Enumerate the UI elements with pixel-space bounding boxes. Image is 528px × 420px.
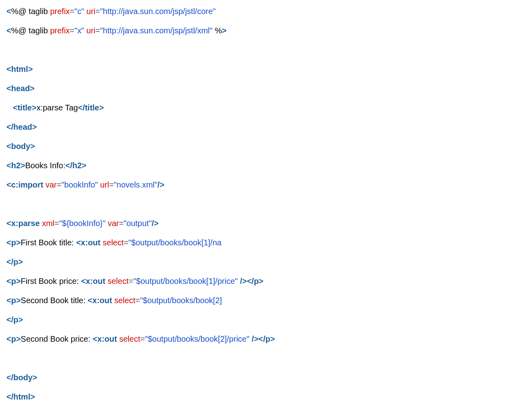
code-token: "novels.xml" xyxy=(114,180,158,189)
code-line: <%@ taglib prefix="c" uri="http://java.s… xyxy=(6,6,522,16)
code-token: var xyxy=(108,219,119,228)
code-token: /></p> xyxy=(252,334,275,343)
code-token: "${bookInfo}" xyxy=(59,219,105,228)
code-token: <h2> xyxy=(6,161,25,170)
code-line: </body> xyxy=(6,373,522,382)
code-token: x:parse Tag xyxy=(37,103,78,112)
code-token: select xyxy=(103,238,124,247)
code-token: "http://java.sun.com/jsp/jstl/core" xyxy=(100,7,216,16)
code-token: = xyxy=(70,26,75,35)
code-token: uri xyxy=(86,7,95,16)
code-token: = xyxy=(129,277,133,285)
code-token: "$output/books/book[2] xyxy=(140,296,222,305)
code-line xyxy=(6,45,522,55)
code-token: <x:out xyxy=(88,296,112,305)
code-token: = xyxy=(57,180,61,189)
code-token: select xyxy=(108,277,129,285)
code-token: url xyxy=(100,180,109,189)
code-token: <p> xyxy=(6,277,21,285)
code-token: <p> xyxy=(6,334,21,343)
code-block: <%@ taglib prefix="c" uri="http://java.s… xyxy=(6,6,522,402)
code-token: "output" xyxy=(124,219,152,228)
code-token: uri xyxy=(86,26,95,35)
code-token: = xyxy=(119,219,124,228)
code-line: <head> xyxy=(6,84,522,93)
code-token: = xyxy=(95,26,100,35)
code-token: /> xyxy=(151,219,158,228)
code-line: </p> xyxy=(6,315,522,324)
code-token: prefix xyxy=(50,7,70,16)
code-token: <html> xyxy=(6,65,33,73)
code-token: select xyxy=(119,334,140,343)
code-token: %@ taglib xyxy=(11,26,50,35)
code-token: </p> xyxy=(6,257,23,266)
code-token: = xyxy=(135,296,140,305)
code-token: "$output/books/book[2]/price" xyxy=(145,334,250,343)
code-token: First Book price: xyxy=(21,277,81,285)
code-token: < xyxy=(6,7,11,16)
code-line xyxy=(6,353,522,363)
code-token: Books Info: xyxy=(25,161,65,170)
code-token: "$output/books/book[1]/na xyxy=(128,238,221,247)
code-token: % xyxy=(213,26,222,35)
code-token: < xyxy=(6,26,11,35)
code-token: </p> xyxy=(6,315,23,324)
code-token: <x:out xyxy=(93,334,117,343)
code-line: <p>First Book price: <x:out select="$out… xyxy=(6,276,522,286)
code-token: var xyxy=(45,180,57,189)
code-token: = xyxy=(109,180,114,189)
code-token xyxy=(6,354,9,363)
code-token: select xyxy=(114,296,135,305)
code-token: First Book title: xyxy=(21,238,76,247)
code-line: <%@ taglib prefix="x" uri="http://java.s… xyxy=(6,26,522,35)
code-token: </h2> xyxy=(65,161,86,170)
code-token xyxy=(6,200,9,208)
code-line: <p>Second Book title: <x:out select="$ou… xyxy=(6,296,522,305)
code-token: > xyxy=(222,26,227,35)
code-token: <x:out xyxy=(81,277,106,285)
code-token: <x:out xyxy=(76,238,100,247)
code-token: xml xyxy=(42,219,54,228)
code-line: </head> xyxy=(6,122,522,132)
code-token: = xyxy=(140,334,145,343)
code-token xyxy=(6,45,9,54)
code-token: "x" xyxy=(74,26,84,35)
code-token: </title> xyxy=(78,103,104,112)
code-token: = xyxy=(55,219,59,228)
code-token: Second Book price: xyxy=(21,334,93,343)
code-token: prefix xyxy=(50,26,70,35)
code-token: <title> xyxy=(13,103,37,112)
code-line: <html> xyxy=(6,64,522,74)
code-token: <p> xyxy=(6,296,21,305)
code-line: <title>x:parse Tag</title> xyxy=(6,103,522,112)
code-token: <c:import xyxy=(6,180,43,189)
code-line: <h2>Books Info:</h2> xyxy=(6,161,522,170)
code-line: <p>First Book title: <x:out select="$out… xyxy=(6,238,522,247)
code-token: "c" xyxy=(74,7,84,16)
code-token: "http://java.sun.com/jsp/jstl/xml" xyxy=(100,26,213,35)
code-token: </body> xyxy=(6,373,37,382)
code-token: "bookInfo" xyxy=(61,180,98,189)
code-token: %@ taglib xyxy=(11,7,50,16)
code-line: </html> xyxy=(6,392,522,402)
code-line xyxy=(6,199,522,209)
code-line: <p>Second Book price: <x:out select="$ou… xyxy=(6,334,522,344)
code-token: "$output/books/book[1]/price" xyxy=(133,277,238,285)
code-token: <head> xyxy=(6,84,35,93)
code-token: <x:parse xyxy=(6,219,40,228)
code-token: /> xyxy=(158,180,164,189)
code-line: <c:import var="bookInfo" url="novels.xml… xyxy=(6,180,522,190)
code-line: <body> xyxy=(6,141,522,151)
code-token: = xyxy=(95,7,100,16)
code-token: </html> xyxy=(6,392,35,401)
code-token: = xyxy=(124,238,129,247)
code-token: = xyxy=(70,7,75,16)
code-token: Second Book title: xyxy=(21,296,88,305)
code-line: <x:parse xml="${bookInfo}" var="output"/… xyxy=(6,218,522,228)
code-token: /></p> xyxy=(240,277,263,285)
code-line: </p> xyxy=(6,257,522,267)
code-token: </head> xyxy=(6,122,37,131)
code-token: <body> xyxy=(6,142,35,151)
code-token: <p> xyxy=(6,238,21,247)
